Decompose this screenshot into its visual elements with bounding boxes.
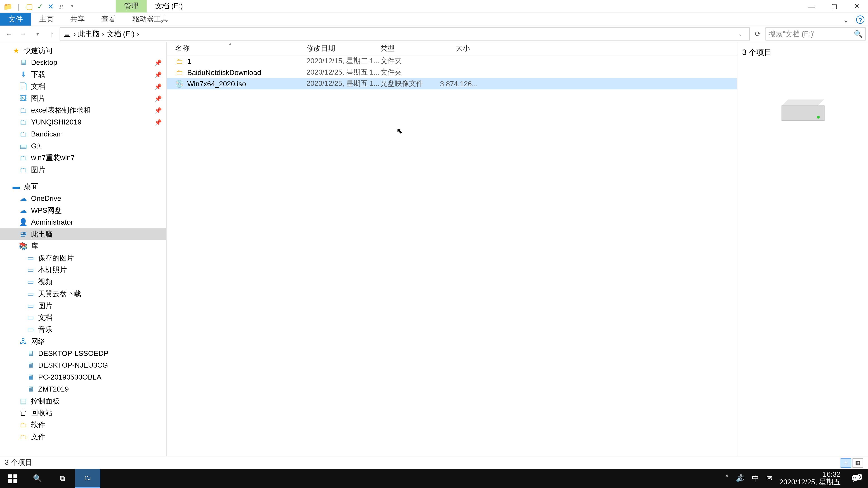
col-name[interactable]: 名称▴ — [175, 43, 306, 54]
maximize-button[interactable]: ▢ — [823, 0, 845, 12]
svg-rect-0 — [8, 474, 12, 478]
tray-volume-icon[interactable]: 🔊 — [736, 474, 745, 483]
nav-library-item[interactable]: ▭ 保存的图片 — [0, 252, 166, 264]
nav-quick-item[interactable]: 🖴 G:\ — [0, 140, 166, 152]
col-size[interactable]: 大小 — [440, 43, 482, 54]
breadcrumb-dropdown-icon[interactable]: ⌄ — [734, 27, 747, 40]
chevron-right-icon[interactable]: › — [102, 30, 104, 38]
svg-rect-2 — [8, 479, 12, 483]
nav-quick-item[interactable]: 🖼 图片📌 — [0, 92, 166, 104]
crumb-drive[interactable]: 文档 (E:) — [107, 29, 134, 39]
help-icon[interactable]: ? — [856, 15, 864, 24]
nav-desktop-item[interactable]: ☁ OneDrive — [0, 193, 166, 204]
nav-folder-soft[interactable]: 🗀 软件 — [0, 419, 166, 431]
nav-network[interactable]: 🖧 网络 — [0, 335, 166, 348]
nav-recycle-bin[interactable]: 🗑 回收站 — [0, 407, 166, 419]
col-type[interactable]: 类型 — [380, 43, 440, 54]
nav-folder-docs[interactable]: 🗀 文件 — [0, 431, 166, 443]
nav-recent-dropdown[interactable]: ▾ — [31, 27, 44, 40]
nav-label: excel表格制作求和 — [31, 105, 91, 116]
drive-preview-icon — [781, 99, 824, 121]
search-input[interactable]: 搜索"文档 (E:)" 🔍 — [765, 27, 866, 40]
nav-desktop[interactable]: ▬ 桌面 — [0, 181, 166, 193]
file-date: 2020/12/15, 星期二 1... — [307, 56, 380, 66]
view-thumbnails-button[interactable]: ▦ — [852, 458, 863, 467]
action-center-button[interactable]: 💬 3 — [848, 474, 863, 483]
nav-label: 文件 — [31, 432, 45, 442]
svg-rect-3 — [13, 479, 17, 483]
qat-properties-icon[interactable]: ▢ — [25, 2, 33, 10]
start-button[interactable] — [0, 469, 25, 488]
tray-overflow-icon[interactable]: ˄ — [725, 474, 729, 483]
qat-undo-icon[interactable]: ⎌ — [57, 2, 66, 10]
contextual-tab-manage[interactable]: 管理 — [116, 0, 147, 12]
search-icon[interactable]: 🔍 — [854, 30, 863, 38]
nav-quick-item[interactable]: ⬇ 下载📌 — [0, 68, 166, 80]
tab-drive-tools[interactable]: 驱动器工具 — [124, 13, 177, 26]
system-tray[interactable]: ˄ 🔊 中 ✉ 16:32 2020/12/25, 星期五 💬 3 — [720, 469, 868, 488]
nav-desktop-item[interactable]: ☁ WPS网盘 — [0, 204, 166, 217]
col-date[interactable]: 修改日期 — [307, 43, 380, 54]
ribbon-expand-icon[interactable]: ⌄ — [839, 13, 852, 26]
taskbar[interactable]: 🔍 ⧉ 🗂 ˄ 🔊 中 ✉ 16:32 2020/12/25, 星期五 💬 3 — [0, 469, 868, 488]
file-list-pane[interactable]: 名称▴ 修改日期 类型 大小 🗀1 2020/12/15, 星期二 1... 文… — [167, 42, 737, 456]
file-row[interactable]: 🗀BaiduNetdiskDownload 2020/12/25, 星期五 1.… — [167, 67, 737, 78]
close-button[interactable]: ✕ — [845, 0, 868, 12]
task-view-button[interactable]: ⧉ — [50, 469, 75, 488]
nav-back-button[interactable]: ← — [2, 27, 16, 40]
nav-label: G:\ — [31, 142, 40, 150]
nav-forward-button[interactable]: → — [17, 27, 30, 40]
nav-up-button[interactable]: ↑ — [45, 27, 58, 40]
qat-sep: | — [14, 2, 23, 10]
qat-new-folder-icon[interactable]: ✓ — [36, 2, 44, 10]
file-row[interactable]: 💿Win7x64_2020.iso 2020/12/25, 星期五 1... 光… — [167, 78, 737, 89]
nav-library-item[interactable]: ▭ 音乐 — [0, 324, 166, 335]
nav-quick-item[interactable]: 🗀 YUNQISHI2019📌 — [0, 116, 166, 128]
nav-desktop-item[interactable]: 📚 库 — [0, 240, 166, 252]
nav-network-item[interactable]: 🖥 ZMT2019 — [0, 383, 166, 395]
view-details-button[interactable]: ≡ — [841, 458, 851, 467]
quick-access-toolbar: 📁 | ▢ ✓ ✕ ⎌ ▾ — [0, 0, 80, 12]
breadcrumb[interactable]: 🖴 › 此电脑 › 文档 (E:) › ⌄ — [60, 27, 750, 40]
nav-library-item[interactable]: ▭ 图片 — [0, 300, 166, 312]
refresh-button[interactable]: ⟳ — [751, 30, 764, 38]
nav-quick-item[interactable]: 🖥 Desktop📌 — [0, 57, 166, 69]
desktop-icon: ▬ — [12, 182, 20, 191]
nav-quick-item[interactable]: 🗀 Bandicam — [0, 128, 166, 140]
tray-mail-icon[interactable]: ✉ — [766, 474, 772, 483]
nav-network-item[interactable]: 🖥 DESKTOP-NJEU3CG — [0, 359, 166, 371]
column-headers[interactable]: 名称▴ 修改日期 类型 大小 — [167, 42, 737, 55]
tab-file[interactable]: 文件 — [0, 13, 31, 26]
nav-quick-item[interactable]: 🗀 win7重装win7 — [0, 152, 166, 164]
chevron-right-icon[interactable]: › — [73, 30, 76, 38]
qat-delete-icon[interactable]: ✕ — [46, 2, 55, 10]
nav-network-item[interactable]: 🖥 PC-20190530OBLA — [0, 371, 166, 383]
nav-network-item[interactable]: 🖥 DESKTOP-LSSOEDP — [0, 348, 166, 359]
taskbar-search-button[interactable]: 🔍 — [25, 469, 50, 488]
nav-quick-item[interactable]: 🗀 excel表格制作求和📌 — [0, 104, 166, 116]
file-row[interactable]: 🗀1 2020/12/15, 星期二 1... 文件夹 — [167, 55, 737, 67]
nav-desktop-item[interactable]: 🖳 此电脑 — [0, 228, 166, 240]
tab-home[interactable]: 主页 — [31, 13, 62, 26]
crumb-this-pc[interactable]: 此电脑 — [78, 29, 99, 39]
nav-library-item[interactable]: ▭ 文档 — [0, 312, 166, 324]
nav-quick-item[interactable]: 📄 文档📌 — [0, 80, 166, 92]
nav-quick-item[interactable]: 🗀 图片 — [0, 164, 166, 176]
tray-ime-icon[interactable]: 中 — [752, 473, 759, 484]
chevron-right-icon[interactable]: › — [137, 30, 140, 38]
navigation-pane[interactable]: ★ 快速访问 🖥 Desktop📌 ⬇ 下载📌 📄 文档📌 🖼 图片📌 🗀 ex… — [0, 42, 167, 456]
nav-desktop-item[interactable]: 👤 Administrator — [0, 216, 166, 228]
nav-quick-access[interactable]: ★ 快速访问 — [0, 45, 166, 57]
folder-icon: 🗀 — [19, 154, 27, 162]
tray-clock[interactable]: 16:32 2020/12/25, 星期五 — [779, 471, 841, 486]
nav-library-item[interactable]: ▭ 本机照片 — [0, 264, 166, 276]
file-name: BaiduNetdiskDownload — [187, 68, 261, 76]
nav-library-item[interactable]: ▭ 天翼云盘下载 — [0, 288, 166, 300]
minimize-button[interactable]: — — [800, 0, 823, 12]
nav-library-item[interactable]: ▭ 视频 — [0, 276, 166, 288]
tab-share[interactable]: 共享 — [62, 13, 93, 26]
qat-dropdown-icon[interactable]: ▾ — [68, 2, 76, 10]
nav-control-panel[interactable]: ▤ 控制面板 — [0, 395, 166, 407]
taskbar-explorer-button[interactable]: 🗂 — [75, 469, 100, 488]
tab-view[interactable]: 查看 — [93, 13, 124, 26]
